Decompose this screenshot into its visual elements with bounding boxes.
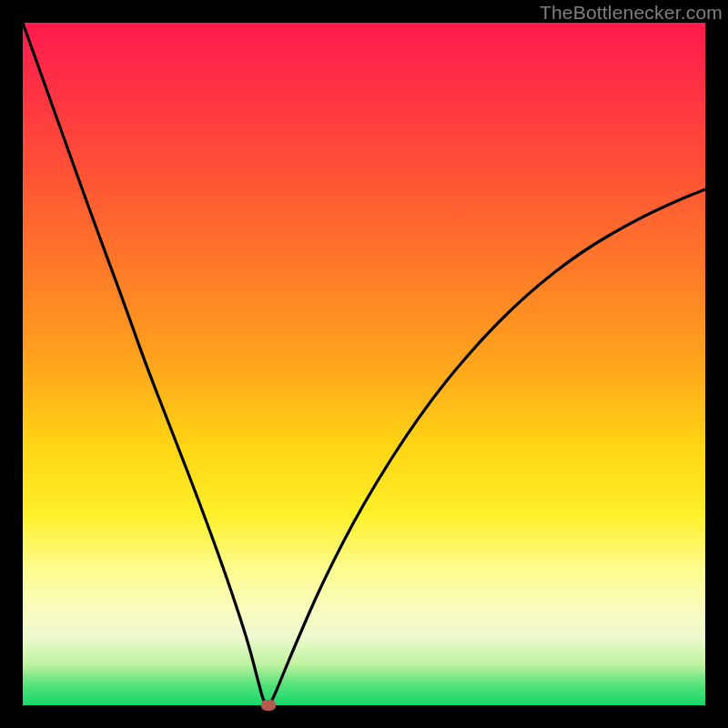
plot-background-gradient [23, 23, 705, 705]
watermark-text: TheBottlenecker.com [540, 2, 723, 24]
chart-frame [23, 23, 705, 705]
